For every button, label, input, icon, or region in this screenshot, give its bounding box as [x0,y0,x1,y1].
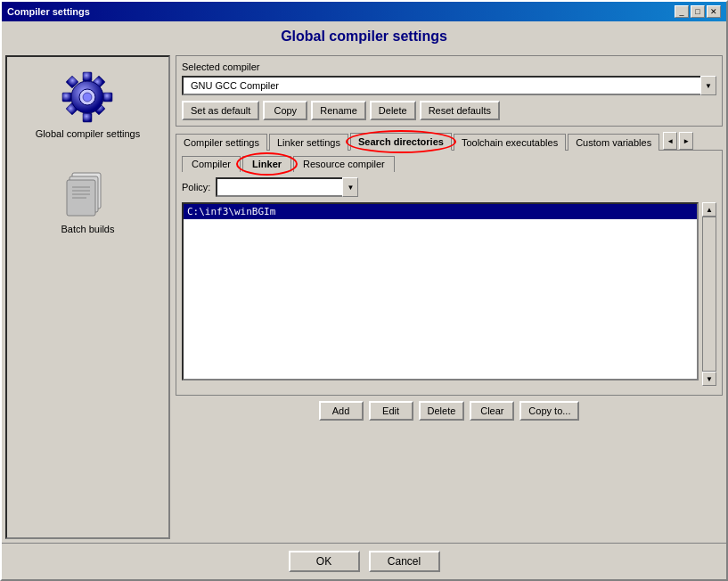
sidebar-item-batch-builds[interactable]: Batch builds [57,161,119,239]
tab-search-directories[interactable]: Search directories [350,133,452,151]
dir-item-0[interactable]: C:\inf3\winBGIm [184,204,697,219]
scroll-up-button[interactable]: ▲ [702,202,716,217]
copy-to-button[interactable]: Copy to... [519,401,579,421]
policy-select-wrapper: ▼ [216,177,358,197]
tab-toolchain-executables[interactable]: Toolchain executables [454,134,566,151]
batch-icon [61,166,115,219]
add-button[interactable]: Add [319,401,364,421]
title-bar: Compiler settings _ □ ✕ [2,2,726,21]
sidebar-item-global-label: Global compiler settings [36,128,140,139]
inner-tab-compiler[interactable]: Compiler [182,156,241,172]
sidebar-item-global-compiler-settings[interactable]: Global compiler settings [31,66,144,143]
ok-cancel-row: OK Cancel [2,543,726,579]
dir-list[interactable]: C:\inf3\winBGIm [182,202,699,381]
policy-label: Policy: [182,182,210,192]
main-tabs-wrapper: Compiler settings Linker settings Search… [176,132,723,396]
window-title: Compiler settings [7,6,90,17]
tab-panel: Compiler Linker Resource compiler [176,150,723,396]
policy-row: Policy: ▼ [182,177,716,197]
scroll-down-button[interactable]: ▼ [702,372,716,386]
sidebar: Global compiler settings [5,55,170,539]
scrollbar-area: ▲ ▼ [702,202,716,386]
tab-custom-variables[interactable]: Custom variables [568,134,659,151]
svg-rect-0 [83,72,92,81]
compiler-row: GNU GCC Compiler ▼ [182,76,716,95]
svg-point-10 [83,93,92,102]
delete-dir-button[interactable]: Delete [419,401,465,421]
bottom-btn-row: Add Edit Delete Clear Copy to... [176,396,723,426]
maximize-button[interactable]: □ [691,5,705,18]
copy-button[interactable]: Copy [263,101,307,120]
svg-rect-1 [83,113,92,122]
gear-icon [61,70,114,124]
set-as-default-button[interactable]: Set as default [182,101,259,120]
inner-tab-resource-compiler[interactable]: Resource compiler [293,156,395,172]
close-button[interactable]: ✕ [707,5,721,18]
main-area: Global compiler settings [2,52,726,543]
delete-button[interactable]: Delete [370,101,416,120]
selected-compiler-group: Selected compiler GNU GCC Compiler ▼ Set… [176,55,723,127]
main-window: Compiler settings _ □ ✕ Global compiler … [0,0,728,581]
compiler-select[interactable]: GNU GCC Compiler [182,76,716,95]
sidebar-item-batch-label: Batch builds [61,224,115,234]
tab-linker-settings[interactable]: Linker settings [269,134,348,151]
clear-button[interactable]: Clear [470,401,514,421]
header-title: Global compiler settings [281,29,447,44]
ok-button[interactable]: OK [289,551,360,572]
scrollbar-track [702,217,716,372]
inner-tabs-wrapper: Compiler Linker Resource compiler [182,156,716,172]
window-header: Global compiler settings [2,21,726,52]
svg-rect-2 [62,93,71,102]
window-content: Global compiler settings [2,52,726,579]
selected-compiler-label: Selected compiler [182,61,716,72]
compiler-select-wrapper: GNU GCC Compiler ▼ [182,76,716,95]
cancel-button[interactable]: Cancel [369,551,440,572]
tab-nav-prev[interactable]: ◄ [663,132,677,150]
edit-button[interactable]: Edit [369,401,413,421]
compiler-btn-row: Set as default Copy Rename Delete Reset … [182,101,716,120]
reset-defaults-button[interactable]: Reset defaults [420,101,500,120]
policy-select[interactable] [216,177,358,197]
dir-list-area: C:\inf3\winBGIm ▲ ▼ [182,202,716,386]
title-bar-controls: _ □ ✕ [675,5,721,18]
right-panel: Selected compiler GNU GCC Compiler ▼ Set… [176,55,723,539]
inner-tab-linker[interactable]: Linker [242,156,291,172]
tab-compiler-settings[interactable]: Compiler settings [176,134,267,151]
main-tabs-container: Compiler settings Linker settings Search… [176,132,723,150]
tab-nav-next[interactable]: ► [679,132,693,150]
rename-button[interactable]: Rename [311,101,366,120]
minimize-button[interactable]: _ [675,5,689,18]
svg-rect-3 [103,93,112,102]
